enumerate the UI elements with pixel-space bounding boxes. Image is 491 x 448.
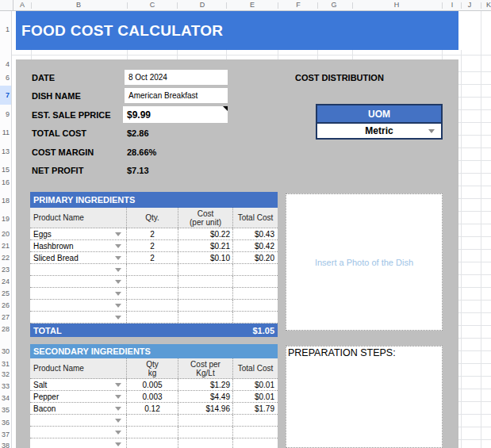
uom-dropdown[interactable]: Metric (317, 124, 441, 138)
column-header-a[interactable]: A (20, 1, 25, 9)
product-cell[interactable] (30, 438, 127, 448)
chevron-down-icon[interactable] (115, 244, 121, 248)
row-header-22[interactable]: 22 (0, 254, 11, 262)
cost-cell[interactable] (178, 300, 233, 311)
chevron-down-icon[interactable] (115, 280, 121, 284)
dish-name-input[interactable]: American Breakfast (125, 88, 228, 103)
chevron-down-icon[interactable] (115, 292, 121, 296)
row-header-4[interactable]: 4 (0, 60, 11, 69)
chevron-down-icon[interactable] (115, 304, 121, 308)
chevron-down-icon[interactable] (115, 431, 121, 435)
product-cell[interactable] (30, 288, 127, 299)
cost-cell[interactable]: $4.49 (178, 391, 233, 402)
row-header-7[interactable]: 7 (0, 86, 11, 105)
row-header-20[interactable]: 20 (0, 230, 11, 239)
qty-cell[interactable]: 2 (127, 252, 178, 263)
column-header-d[interactable]: D (200, 1, 205, 9)
qty-cell[interactable] (127, 276, 178, 287)
product-cell[interactable]: Sliced Bread (30, 252, 127, 263)
chevron-down-icon[interactable] (115, 232, 121, 236)
cost-cell[interactable] (178, 427, 233, 438)
qty-cell[interactable]: 2 (127, 228, 178, 239)
cost-cell[interactable]: $14.96 (178, 403, 233, 414)
cost-cell[interactable] (178, 438, 233, 448)
row-header-38[interactable]: 38 (0, 442, 11, 448)
row-header-31[interactable]: 31 (0, 360, 11, 369)
row-header-25[interactable]: 25 (0, 289, 11, 298)
column-header-g[interactable]: G (331, 1, 336, 9)
preparation-steps-box[interactable]: PREPARATION STEPS: (286, 346, 443, 448)
product-cell[interactable]: Eggs (30, 228, 127, 239)
row-header-34[interactable]: 34 (0, 394, 11, 403)
row-header-21[interactable]: 21 (0, 242, 11, 251)
product-cell[interactable]: Bacon (30, 403, 127, 414)
cost-cell[interactable]: $0.22 (178, 228, 233, 239)
chevron-down-icon[interactable] (115, 395, 121, 399)
qty-cell[interactable] (127, 264, 178, 275)
qty-cell[interactable] (127, 415, 178, 426)
column-header-j[interactable]: J (468, 1, 472, 9)
cost-cell[interactable] (178, 276, 233, 287)
row-header-36[interactable]: 36 (0, 419, 11, 427)
cost-cell[interactable] (178, 312, 233, 323)
cost-cell[interactable] (178, 288, 233, 299)
qty-cell[interactable] (127, 427, 178, 438)
row-header-1[interactable]: 1 (0, 25, 11, 34)
chevron-down-icon[interactable] (115, 407, 121, 411)
row-header-9[interactable]: 9 (0, 110, 11, 119)
product-cell[interactable] (30, 427, 127, 438)
product-cell[interactable] (30, 300, 127, 311)
column-header-h[interactable]: H (394, 1, 400, 9)
row-header-24[interactable]: 24 (0, 278, 11, 286)
row-header-28[interactable]: 28 (0, 325, 11, 334)
product-cell[interactable] (30, 276, 127, 287)
row-header-37[interactable]: 37 (0, 431, 11, 439)
qty-cell[interactable] (127, 288, 178, 299)
cost-cell[interactable]: $1.29 (178, 379, 233, 390)
row-header-30[interactable]: 30 (0, 347, 11, 356)
product-cell[interactable] (30, 415, 127, 426)
chevron-down-icon[interactable] (115, 442, 121, 446)
product-cell[interactable] (30, 264, 127, 275)
row-header-18[interactable]: 18 (0, 197, 11, 205)
qty-cell[interactable]: 0.003 (127, 391, 178, 402)
column-header-e[interactable]: E (250, 1, 255, 9)
chevron-down-icon[interactable] (115, 256, 121, 260)
qty-cell[interactable]: 0.12 (127, 403, 178, 414)
column-header-c[interactable]: C (150, 1, 155, 9)
cost-cell[interactable]: $0.21 (178, 240, 233, 251)
row-header-11[interactable]: 11 (0, 128, 11, 137)
qty-cell[interactable] (127, 312, 178, 323)
qty-cell[interactable] (127, 300, 178, 311)
product-cell[interactable]: Pepper (30, 391, 127, 402)
cost-cell[interactable] (178, 415, 233, 426)
product-cell[interactable]: Hashbrown (30, 240, 127, 251)
chevron-down-icon[interactable] (428, 129, 435, 133)
est-sale-price-input[interactable]: $9.99 (123, 106, 228, 123)
chevron-down-icon[interactable] (115, 383, 121, 387)
chevron-down-icon[interactable] (115, 419, 121, 423)
qty-cell[interactable] (127, 438, 178, 448)
row-header-26[interactable]: 26 (0, 301, 11, 310)
row-header-19[interactable]: 19 (0, 215, 11, 224)
dish-photo-placeholder[interactable]: Insert a Photo of the Dish (286, 193, 443, 331)
qty-cell[interactable]: 0.005 (127, 379, 178, 390)
cost-cell[interactable] (178, 264, 233, 275)
row-header-32[interactable]: 32 (0, 370, 11, 379)
row-header-35[interactable]: 35 (0, 406, 11, 415)
product-cell[interactable]: Salt (30, 379, 127, 390)
product-cell[interactable] (30, 312, 127, 323)
chevron-down-icon[interactable] (115, 268, 121, 272)
column-header-f[interactable]: F (296, 1, 301, 9)
date-input[interactable]: 8 Oct 2024 (125, 70, 228, 85)
column-header-i[interactable]: I (451, 1, 454, 9)
row-header-33[interactable]: 33 (0, 382, 11, 391)
column-header-k[interactable]: K (486, 1, 491, 9)
row-header-6[interactable]: 6 (0, 74, 11, 82)
cost-cell[interactable]: $0.10 (178, 252, 233, 263)
row-header-23[interactable]: 23 (0, 266, 11, 274)
select-all-corner[interactable] (0, 0, 13, 11)
row-header-13[interactable]: 13 (0, 147, 11, 156)
row-header-15[interactable]: 15 (0, 166, 11, 174)
row-header-27[interactable]: 27 (0, 313, 11, 322)
